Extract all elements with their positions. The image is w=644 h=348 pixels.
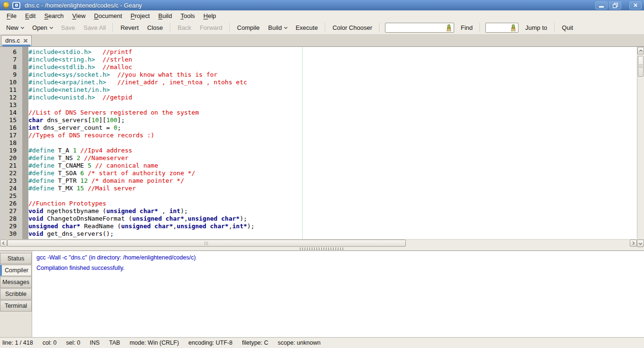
code-row: 25	[0, 192, 637, 200]
toolbar-open-button[interactable]: Open	[28, 22, 57, 33]
menu-view[interactable]: View	[68, 11, 90, 21]
menu-project[interactable]: Project	[126, 11, 154, 21]
dropdown-icon[interactable]	[21, 26, 24, 29]
msgwin-tab-scribble[interactable]: Scribble	[0, 288, 32, 300]
status-column: col: 0	[43, 339, 57, 346]
message-window: StatusCompilerMessagesScribbleTerminal g…	[0, 250, 644, 337]
msgwin-tab-messages[interactable]: Messages	[0, 277, 32, 288]
code-row: 15char dns_servers[10][100];	[0, 116, 637, 124]
toolbar-execute-button[interactable]: Execute	[291, 22, 322, 33]
code-row: 18	[0, 139, 637, 147]
toolbar-build-button[interactable]: Build	[264, 22, 291, 33]
toolbar-jump-to-button[interactable]: Jump to	[521, 22, 551, 33]
compiler-message: Compilation finished successfully.	[36, 265, 644, 272]
app-icon[interactable]	[12, 2, 20, 9]
scroll-up-button[interactable]	[637, 47, 644, 54]
line-number: 8	[0, 63, 19, 71]
scrollbar-trough[interactable]	[406, 240, 630, 247]
compiler-message: gcc -Wall -c "dns.c" (in directory: /hom…	[36, 254, 644, 261]
toolbar-button-label: Compile	[237, 24, 260, 31]
menu-help[interactable]: Help	[199, 11, 221, 21]
toolbar-find-button[interactable]: Find	[456, 22, 477, 33]
dropdown-icon[interactable]	[284, 26, 287, 29]
menu-document[interactable]: Document	[90, 11, 126, 21]
jump-entry-input[interactable]	[488, 25, 510, 31]
scroll-up-icon	[639, 49, 642, 53]
msgwin-tab-status[interactable]: Status	[0, 253, 32, 264]
scroll-left-button[interactable]	[0, 240, 7, 247]
tab-dns-c[interactable]: dns.c×	[1, 35, 32, 46]
code-row: 12#include<unistd.h> //getpid	[0, 94, 637, 101]
tab-close-icon[interactable]: ×	[23, 37, 27, 44]
close-button[interactable]: ×	[629, 1, 642, 9]
menu-edit[interactable]: Edit	[21, 11, 40, 21]
toolbar-new-button[interactable]: New	[2, 22, 28, 33]
toolbar-compile-button[interactable]: Compile	[233, 22, 264, 33]
code-line: int dns_server_count = 0;	[28, 124, 121, 132]
toolbar-button-label: Back	[178, 24, 191, 31]
toolbar-button-label: New	[6, 24, 18, 31]
toolbar-button-label: Jump to	[525, 24, 547, 31]
menu-search[interactable]: Search	[40, 11, 68, 21]
toolbar-separator	[325, 23, 325, 33]
status-line-position: line: 1 / 418	[2, 339, 33, 346]
code-line: #include<stdio.h> //printf	[28, 48, 132, 56]
msgwin-tab-terminal[interactable]: Terminal	[0, 300, 32, 312]
code-row: 8#include<stdlib.h> //malloc	[0, 63, 637, 71]
menu-file[interactable]: File	[2, 11, 21, 21]
code-row: 10#include<arpa/inet.h> //inet_addr , in…	[0, 79, 637, 86]
toolbar-revert-button[interactable]: Revert	[116, 22, 143, 33]
line-number: 10	[0, 79, 19, 86]
code-row: 16int dns_server_count = 0;	[0, 124, 637, 132]
toolbar: NewOpenSaveSave AllRevertCloseBackForwar…	[0, 21, 644, 35]
scroll-down-icon	[639, 241, 642, 244]
line-number: 29	[0, 223, 19, 230]
line-number: 27	[0, 207, 19, 215]
code-row: 17//Types of DNS resource records :)	[0, 132, 637, 139]
menu-tools[interactable]: Tools	[176, 11, 199, 21]
status-insert-mode: INS	[89, 339, 99, 346]
line-number: 18	[0, 139, 19, 147]
toolbar-button-label: Execute	[295, 24, 318, 31]
code-line: #include<arpa/inet.h> //inet_addr , inet…	[28, 79, 247, 86]
toolbar-button-label: Build	[268, 24, 282, 31]
document-tabbar: dns.c×	[0, 35, 644, 47]
toolbar-quit-button[interactable]: Quit	[558, 22, 578, 33]
toolbar-color-chooser-button[interactable]: Color Chooser	[328, 22, 376, 33]
code-lines: 6#include<stdio.h> //printf7#include<str…	[0, 47, 637, 238]
horizontal-scrollbar[interactable]	[0, 240, 637, 247]
code-row: 14//List of DNS Servers registered on th…	[0, 109, 637, 116]
line-number: 16	[0, 124, 19, 132]
scroll-right-button[interactable]	[630, 240, 637, 247]
window-title: dns.c - /home/enlightened/codes/c - Gean…	[25, 2, 142, 9]
code-editor[interactable]: 6#include<stdio.h> //printf7#include<str…	[0, 47, 637, 239]
status-scope: scope: unknown	[278, 339, 321, 346]
toolbar-separator	[170, 23, 170, 33]
tab-label: dns.c	[5, 37, 20, 44]
search-entry-input[interactable]	[387, 25, 445, 31]
restore-button[interactable]	[609, 1, 621, 9]
menu-build[interactable]: Build	[154, 11, 176, 21]
scroll-right-icon	[631, 241, 635, 245]
vertical-scrollbar-thumb[interactable]	[638, 56, 644, 77]
panel-splitter[interactable]	[0, 247, 644, 250]
horizontal-scrollbar-thumb[interactable]	[7, 240, 406, 247]
thumb-grip	[639, 64, 643, 68]
toolbar-save-all-button: Save All	[79, 22, 110, 33]
vertical-scrollbar[interactable]	[637, 47, 644, 239]
dropdown-icon[interactable]	[50, 26, 53, 29]
code-line: //Types of DNS resource records :)	[28, 132, 154, 139]
minimize-button[interactable]	[595, 1, 608, 9]
code-row: 30void get_dns_servers();	[0, 230, 637, 238]
window-menu-icon[interactable]	[2, 1, 10, 9]
toolbar-button-label: Revert	[120, 24, 138, 31]
splitter-grip-icon	[299, 247, 345, 250]
line-number: 17	[0, 132, 19, 139]
line-number: 11	[0, 86, 19, 94]
msgwin-tab-compiler[interactable]: Compiler	[0, 265, 32, 276]
code-row: 7#include<string.h> //strlen	[0, 56, 637, 63]
jump-entry	[485, 23, 519, 33]
scroll-down-button[interactable]	[637, 240, 644, 247]
minimize-icon	[599, 6, 604, 8]
toolbar-close-button[interactable]: Close	[143, 22, 167, 33]
